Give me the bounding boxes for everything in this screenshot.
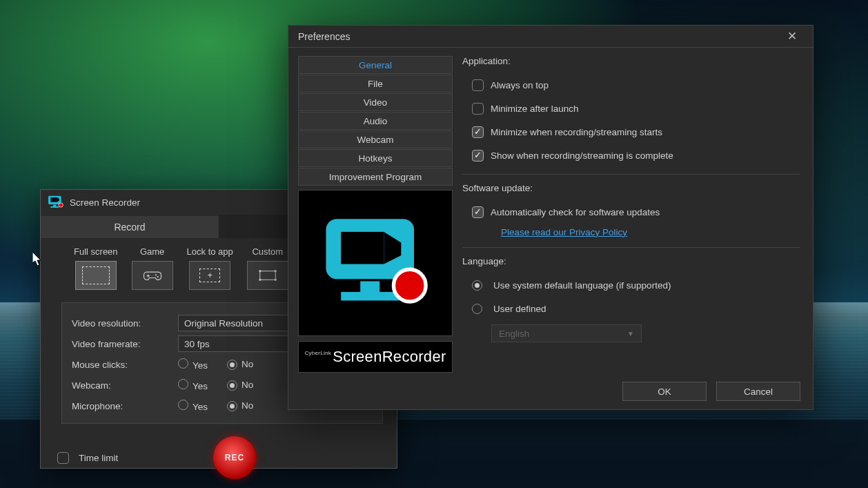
svg-point-6 — [157, 276, 158, 277]
framerate-label: Video framerate: — [72, 339, 178, 349]
section-divider — [462, 247, 800, 248]
mode-custom-label: Custom — [252, 246, 283, 257]
webcam-label: Webcam: — [72, 380, 178, 391]
language-system-label: Use system default language (if supporte… — [493, 280, 671, 291]
auto-update-checkbox[interactable] — [472, 206, 484, 218]
svg-rect-8 — [259, 270, 261, 272]
software-update-section-title: Software update: — [462, 183, 800, 193]
svg-rect-9 — [275, 270, 277, 272]
mode-lock-button[interactable] — [189, 261, 230, 290]
timelimit-label: Time limit — [79, 453, 118, 463]
language-select[interactable]: English ▼ — [491, 324, 642, 342]
webcam-yes-radio[interactable] — [178, 379, 188, 389]
language-section-title: Language: — [462, 256, 800, 266]
chevron-down-icon: ▼ — [627, 330, 634, 338]
svg-point-5 — [155, 274, 156, 275]
category-general[interactable]: General — [298, 56, 453, 74]
section-divider — [462, 174, 800, 175]
category-video[interactable]: Video — [298, 93, 453, 111]
preferences-titlebar[interactable]: Preferences ✕ — [288, 26, 813, 48]
svg-rect-1 — [50, 197, 57, 202]
show-when-complete-checkbox[interactable] — [472, 150, 484, 162]
mouseclicks-label: Mouse clicks: — [72, 360, 178, 370]
mouse-cursor — [32, 252, 43, 267]
fullscreen-icon — [82, 266, 110, 284]
category-file[interactable]: File — [298, 75, 453, 92]
svg-rect-13 — [341, 232, 384, 264]
category-improvement[interactable]: Improvement Program — [298, 168, 453, 186]
record-button[interactable]: REC — [213, 436, 256, 479]
mouseclicks-yes-radio[interactable] — [178, 358, 188, 369]
preferences-content: Application: Always on top Minimize afte… — [462, 56, 803, 373]
mouseclicks-no-radio[interactable] — [227, 360, 237, 370]
brand-artwork — [298, 190, 453, 336]
privacy-policy-link[interactable]: Please read our Privacy Policy — [501, 227, 627, 237]
preferences-dialog: Preferences ✕ General File Video Audio W… — [288, 25, 813, 410]
language-system-radio[interactable] — [472, 280, 482, 291]
webcam-no-radio[interactable] — [227, 380, 237, 391]
category-webcam[interactable]: Webcam — [298, 130, 453, 148]
cancel-button[interactable]: Cancel — [716, 382, 800, 401]
custom-region-icon — [258, 269, 277, 282]
mode-lock-label: Lock to app — [187, 246, 233, 257]
minimize-on-record-checkbox[interactable] — [472, 126, 484, 138]
svg-rect-7 — [260, 271, 275, 280]
category-hotkeys[interactable]: Hotkeys — [298, 149, 453, 167]
recorder-bottom-row: Time limit REC — [41, 424, 397, 479]
mic-yes-radio[interactable] — [178, 400, 188, 410]
minimize-on-record-label: Minimize when recording/streaming starts — [491, 127, 662, 137]
svg-rect-10 — [259, 279, 261, 281]
mode-fullscreen-button[interactable] — [75, 261, 117, 290]
recorder-title: Screen Recorder — [70, 197, 140, 208]
svg-point-16 — [393, 269, 426, 302]
category-audio[interactable]: Audio — [298, 112, 453, 130]
microphone-label: Microphone: — [72, 401, 178, 411]
mode-game-button[interactable] — [132, 261, 173, 290]
preferences-category-list: General File Video Audio Webcam Hotkeys … — [298, 56, 453, 373]
app-logo-icon — [48, 195, 64, 210]
lock-to-app-icon — [199, 269, 220, 282]
always-on-top-label: Always on top — [491, 80, 549, 90]
brand-label: CyberLinkScreenRecorder — [298, 341, 453, 373]
svg-rect-14 — [360, 281, 379, 292]
svg-rect-3 — [50, 206, 59, 208]
mode-custom-button[interactable] — [247, 261, 288, 290]
timelimit-checkbox[interactable] — [57, 452, 69, 464]
minimize-after-launch-label: Minimize after launch — [491, 104, 579, 114]
preferences-title: Preferences — [298, 31, 350, 42]
svg-point-4 — [59, 203, 63, 207]
svg-rect-2 — [53, 205, 56, 206]
preferences-footer: OK Cancel — [288, 373, 813, 409]
always-on-top-checkbox[interactable] — [472, 79, 484, 91]
mic-no-radio[interactable] — [227, 401, 237, 411]
mode-game-label: Game — [140, 246, 164, 257]
language-user-label: User defined — [493, 304, 546, 314]
gamepad-icon — [143, 269, 162, 282]
application-section-title: Application: — [462, 56, 800, 66]
mode-fullscreen-label: Full screen — [74, 246, 118, 257]
svg-rect-15 — [341, 292, 399, 300]
show-when-complete-label: Show when recording/streaming is complet… — [491, 150, 673, 161]
svg-rect-11 — [275, 279, 277, 281]
auto-update-label: Automatically check for software updates — [491, 207, 660, 217]
minimize-after-launch-checkbox[interactable] — [472, 103, 484, 115]
tab-record[interactable]: Record — [41, 215, 219, 238]
close-icon[interactable]: ✕ — [781, 29, 803, 43]
ok-button[interactable]: OK — [622, 382, 707, 401]
resolution-label: Video resolution: — [72, 318, 178, 329]
language-user-radio[interactable] — [472, 304, 482, 314]
